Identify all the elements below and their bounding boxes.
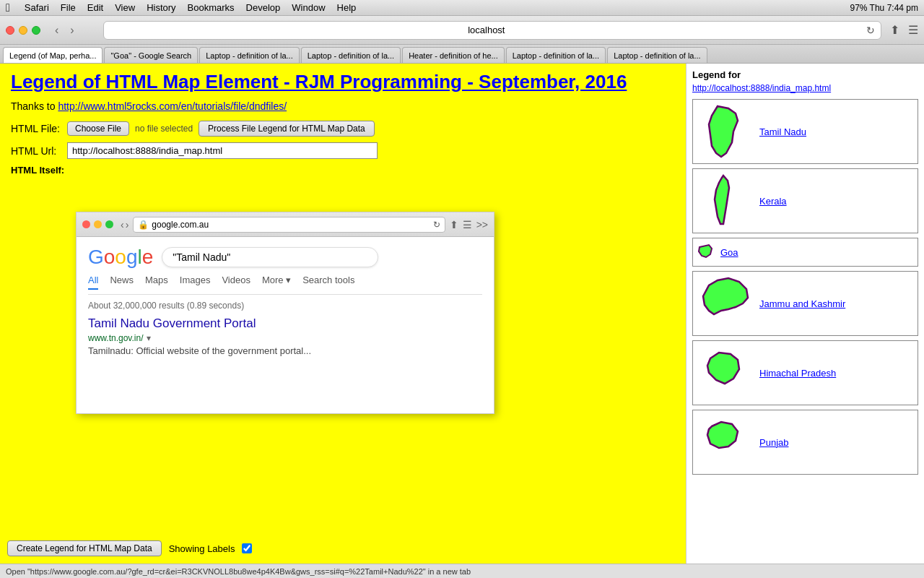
showing-labels-text: Showing Labels [169, 543, 235, 554]
menubar:  Safari File Edit View History Bookmark… [0, 0, 924, 16]
minimize-button[interactable] [19, 26, 27, 35]
g-more-button[interactable]: >> [476, 219, 488, 230]
svg-marker-4 [707, 353, 739, 384]
legend-link[interactable]: http://localhost:8888/india_map.html [692, 83, 918, 93]
battery-status: 97% Thu 7:44 pm [850, 3, 918, 13]
tab-2[interactable]: Laptop - definition of la... [199, 47, 299, 63]
legend-label-himachal[interactable]: Himachal Pradesh [759, 368, 836, 379]
g-bookmark-button[interactable]: ☰ [463, 219, 472, 230]
history-menu[interactable]: History [147, 2, 175, 13]
file-menu[interactable]: File [61, 2, 76, 13]
forward-button[interactable]: › [67, 22, 77, 38]
share-button[interactable]: ⬆ [890, 23, 899, 37]
address-bar-container[interactable]: ↻ [103, 21, 881, 40]
g-back-button[interactable]: ‹ [121, 219, 124, 230]
html-file-label: HTML File: [11, 123, 61, 134]
legend-item-punjab: Punjab [692, 410, 918, 475]
tab-6[interactable]: Laptop - definition of la... [607, 47, 707, 63]
status-bar: Open "https://www.google.com.au/?gfe_rd=… [0, 564, 924, 578]
search-result: Tamil Nadu Government Portal www.tn.gov.… [88, 316, 482, 357]
tab-maps[interactable]: Maps [145, 275, 168, 290]
legend-label-tamil-nadu[interactable]: Tamil Nadu [759, 126, 806, 137]
tab-3[interactable]: Laptop - definition of la... [301, 47, 401, 63]
tab-more[interactable]: More ▾ [262, 275, 291, 290]
tab-all[interactable]: All [88, 275, 98, 290]
edit-menu[interactable]: Edit [87, 2, 103, 13]
legend-item-himachal: Himachal Pradesh [692, 340, 918, 405]
google-browser-toolbar: ‹ › 🔒 google.com.au ↻ ⬆ ☰ >> [77, 212, 494, 237]
html-file-row: HTML File: Choose File no file selected … [11, 121, 675, 137]
tab-search-tools[interactable]: Search tools [302, 275, 354, 290]
google-search-content: Google All News Maps Images Videos More … [77, 237, 494, 366]
html-url-row: HTML Url: [11, 142, 675, 159]
tab-5[interactable]: Laptop - definition of la... [506, 47, 606, 63]
legend-item-kerala: Kerala [692, 168, 918, 233]
tab-images[interactable]: Images [180, 275, 211, 290]
legend-label-punjab[interactable]: Punjab [759, 437, 788, 448]
bottom-bar: Create Legend for HTML Map Data Showing … [7, 540, 252, 556]
g-address-bar[interactable]: 🔒 google.com.au ↻ [133, 217, 445, 233]
page-title: Legend of HTML Map Element - RJM Program… [11, 71, 675, 93]
showing-labels-checkbox[interactable] [242, 543, 252, 553]
view-menu[interactable]: View [115, 2, 135, 13]
google-tabs: All News Maps Images Videos More ▾ Searc… [88, 275, 482, 295]
file-input-area: Choose File no file selected [67, 121, 193, 136]
g-reload-button[interactable]: ↻ [433, 220, 440, 230]
tab-4[interactable]: Heater - definition of he... [402, 47, 505, 63]
window-menu[interactable]: Window [292, 2, 325, 13]
g-maximize-button[interactable] [105, 220, 113, 228]
legend-item-goa: Goa [692, 238, 918, 267]
thanks-line: Thanks to http://www.html5rocks.com/en/t… [11, 100, 675, 112]
create-legend-button[interactable]: Create Legend for HTML Map Data [7, 540, 162, 556]
legend-label-jammu-kashmir[interactable]: Jammu and Kashmir [759, 298, 845, 309]
help-menu[interactable]: Help [337, 2, 357, 13]
traffic-lights [6, 26, 40, 35]
apple-menu[interactable]:  [6, 1, 10, 14]
bookmarks-menu[interactable]: Bookmarks [188, 2, 235, 13]
develop-menu[interactable]: Develop [246, 2, 281, 13]
maximize-button[interactable] [32, 26, 40, 35]
g-traffic-lights [82, 220, 113, 228]
legend-item-tamil-nadu: Tamil Nadu [692, 99, 918, 164]
svg-marker-3 [703, 278, 748, 314]
svg-marker-0 [709, 106, 738, 157]
legend-label-goa[interactable]: Goa [720, 247, 738, 258]
results-count: About 32,000,000 results (0.89 seconds) [88, 301, 482, 311]
legend-panel: Legend for http://localhost:8888/india_m… [686, 64, 924, 564]
html5rocks-link[interactable]: http://www.html5rocks.com/en/tutorials/f… [58, 100, 287, 112]
html-itself-label: HTML Itself: [11, 165, 64, 176]
process-file-button[interactable]: Process File Legend for HTML Map Data [199, 121, 375, 137]
g-share-button[interactable]: ⬆ [450, 219, 458, 230]
g-forward-button[interactable]: › [126, 219, 129, 230]
reader-button[interactable]: ☰ [908, 23, 918, 37]
g-address-text: google.com.au [152, 220, 430, 230]
webpage: Legend of HTML Map Element - RJM Program… [0, 64, 686, 564]
google-search-input[interactable] [162, 247, 378, 267]
close-button[interactable] [6, 26, 14, 35]
reload-button[interactable]: ↻ [866, 25, 875, 36]
result-title[interactable]: Tamil Nadu Government Portal [88, 316, 256, 330]
safari-menu[interactable]: Safari [25, 2, 49, 13]
tab-1[interactable]: "Goa" - Google Search [104, 47, 198, 63]
tab-videos[interactable]: Videos [222, 275, 250, 290]
result-url: www.tn.gov.in/ [88, 333, 143, 343]
address-bar[interactable] [110, 25, 863, 35]
tab-news[interactable]: News [110, 275, 134, 290]
back-button[interactable]: ‹ [52, 22, 61, 38]
himachal-shape [696, 344, 754, 402]
main-content: Legend of HTML Map Element - RJM Program… [0, 64, 924, 564]
tab-0[interactable]: Legend (of Map, perha... [3, 47, 103, 63]
svg-marker-5 [707, 422, 738, 448]
google-logo: Google [88, 246, 153, 269]
html-url-label: HTML Url: [11, 145, 61, 157]
url-input[interactable] [67, 142, 378, 159]
choose-file-button[interactable]: Choose File [67, 121, 129, 136]
status-text: Open "https://www.google.com.au/?gfe_rd=… [6, 567, 471, 576]
menubar-right: 97% Thu 7:44 pm [850, 3, 918, 13]
g-minimize-button[interactable] [94, 220, 102, 228]
legend-label-kerala[interactable]: Kerala [759, 196, 787, 207]
tabs-bar: Legend (of Map, perha... "Goa" - Google … [0, 45, 924, 64]
google-overlay-window: ‹ › 🔒 google.com.au ↻ ⬆ ☰ >> Google [76, 212, 494, 414]
g-close-button[interactable] [82, 220, 90, 228]
g-nav-buttons: ‹ › [121, 219, 128, 230]
